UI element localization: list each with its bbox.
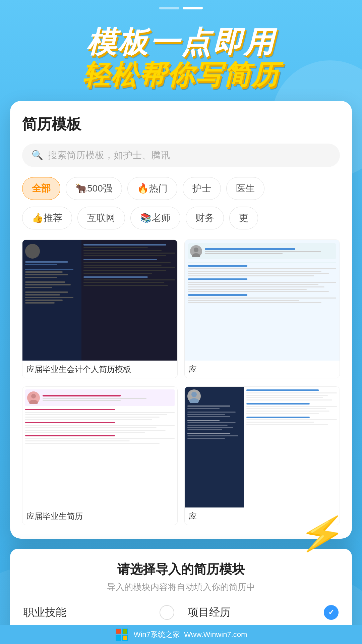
win-icon: [115, 628, 128, 641]
category-tabs-row1: 全部 🐂500强 🔥热门 护士 医生: [22, 177, 340, 200]
watermark-bar: Win7系统之家 Www.Winwin7.com: [0, 625, 362, 644]
t2-header: [188, 243, 336, 259]
main-card: 简历模板 🔍 搜索简历模板，如护士、腾讯 全部 🐂500强 🔥热门 护士 医生 …: [10, 101, 352, 539]
t2-section3: [188, 294, 247, 296]
search-bar[interactable]: 🔍 搜索简历模板，如护士、腾讯: [22, 144, 340, 167]
svg-point-4: [191, 392, 197, 397]
templates-grid-row2: 应届毕业生简历: [22, 386, 340, 525]
svg-rect-31: [116, 636, 121, 640]
category-tab-more[interactable]: 更: [229, 207, 258, 229]
category-tab-internet[interactable]: 互联网: [77, 207, 125, 229]
templates-grid-row1: 应届毕业生会计个人简历模板: [22, 239, 340, 378]
watermark-text: Win7系统之家 Www.Winwin7.com: [134, 630, 247, 640]
header-title-line1: 模板一点即用: [0, 26, 362, 59]
templates-container: 应届毕业生会计个人简历模板: [22, 239, 340, 525]
header-section: 模板一点即用 轻松帮你写简历: [0, 6, 362, 101]
category-tab-teacher[interactable]: 📚老师: [130, 207, 180, 229]
search-placeholder: 搜索简历模板，如护士、腾讯: [48, 149, 170, 162]
module-label-project: 项目经历: [188, 605, 231, 620]
t2-divider: [188, 262, 336, 263]
t1-sidebar: [22, 240, 81, 361]
svg-rect-32: [123, 636, 127, 640]
module-overlay-title: 请选择导入的简历模块: [23, 561, 339, 578]
svg-point-0: [194, 248, 198, 252]
svg-point-2: [31, 394, 36, 398]
t2-section2: [188, 278, 247, 280]
svg-rect-30: [123, 629, 127, 634]
template-preview-2: [185, 240, 340, 361]
t2-avatar: [190, 245, 202, 257]
t3-header: [25, 389, 175, 406]
template-name-1: 应届毕业生会计个人简历模板: [22, 361, 177, 378]
svg-point-5: [189, 398, 199, 403]
category-tab-hot[interactable]: 🔥热门: [127, 177, 177, 200]
category-tab-all[interactable]: 全部: [22, 177, 60, 200]
module-item-skill: 职业技能: [23, 605, 174, 620]
module-checkbox-skill[interactable]: [160, 605, 174, 620]
template-card-1[interactable]: 应届毕业生会计个人简历模板: [22, 239, 178, 378]
card-title: 简历模板: [22, 114, 340, 134]
t4-sidebar: [185, 387, 244, 507]
category-tabs-row2: 👍推荐 互联网 📚老师 财务 更: [22, 207, 340, 229]
category-tab-nurse[interactable]: 护士: [183, 177, 221, 200]
t1-avatar: [25, 244, 40, 259]
template-card-2[interactable]: 应: [184, 239, 340, 378]
search-icon: 🔍: [32, 150, 43, 161]
page-wrapper: 模板一点即用 轻松帮你写简历 简历模板 🔍 搜索简历模板，如护士、腾讯 全部 🐂…: [0, 0, 362, 644]
template-name-2: 应: [185, 361, 340, 378]
template-preview-4: [185, 387, 340, 507]
template-card-3[interactable]: 应届毕业生简历: [22, 386, 178, 525]
template-card-4[interactable]: 应: [184, 386, 340, 525]
lightning-icon: ⚡: [296, 508, 349, 559]
template-name-3: 应届毕业生简历: [22, 507, 177, 525]
svg-rect-29: [116, 629, 121, 634]
t1-content: [81, 240, 177, 361]
t2-section1: [188, 265, 247, 267]
category-tab-doctor[interactable]: 医生: [226, 177, 264, 200]
module-checkbox-project[interactable]: [324, 605, 339, 620]
template-preview-3: [22, 387, 177, 507]
module-item-project: 项目经历: [188, 605, 339, 620]
module-overlay-subtitle: 导入的模块内容将自动填入你的简历中: [23, 581, 339, 593]
t4-avatar: [187, 389, 201, 403]
category-tab-finance[interactable]: 财务: [186, 207, 224, 229]
t3-avatar: [27, 391, 40, 404]
svg-point-1: [192, 253, 200, 257]
module-label-skill: 职业技能: [23, 605, 66, 620]
category-tab-recommend[interactable]: 👍推荐: [22, 207, 72, 229]
t2-header-text: [205, 248, 334, 254]
category-tab-500[interactable]: 🐂500强: [66, 177, 122, 200]
svg-point-3: [29, 400, 38, 404]
header-title-line2: 轻松帮你写简历: [0, 59, 362, 91]
template-preview-1: [22, 240, 177, 361]
t4-content: [244, 387, 340, 507]
